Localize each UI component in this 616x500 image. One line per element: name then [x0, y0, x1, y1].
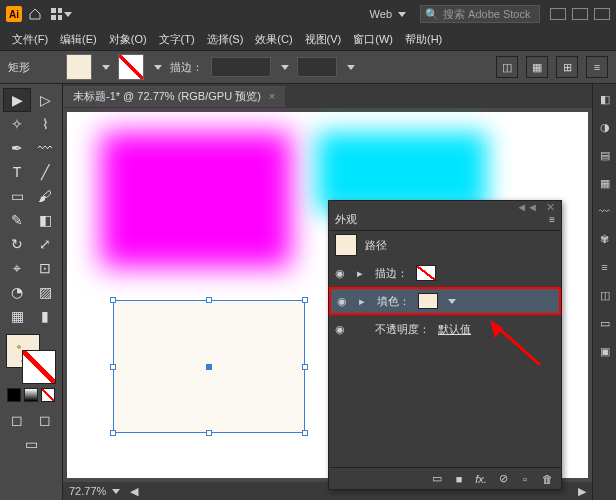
- maximize-button[interactable]: [572, 8, 588, 20]
- magic-wand-tool[interactable]: ✧: [3, 112, 31, 136]
- width-tool[interactable]: ⌖: [3, 256, 31, 280]
- gradient-tool[interactable]: ▮: [31, 304, 59, 328]
- delete-icon[interactable]: 🗑: [539, 471, 555, 487]
- opacity-value[interactable]: 默认值: [438, 322, 471, 337]
- menu-window[interactable]: 窗口(W): [347, 30, 399, 49]
- close-tab-icon[interactable]: ×: [269, 90, 275, 102]
- symbols-panel-icon[interactable]: ✾: [596, 230, 614, 248]
- lasso-tool[interactable]: ⌇: [31, 112, 59, 136]
- expand-icon[interactable]: ▸: [357, 267, 367, 280]
- brushes-panel-icon[interactable]: 〰: [596, 202, 614, 220]
- panel-close-icon[interactable]: ✕: [546, 201, 555, 209]
- resize-handle[interactable]: [206, 430, 212, 436]
- fill-row-swatch[interactable]: [418, 293, 438, 309]
- opacity-icon[interactable]: ◫: [496, 56, 518, 78]
- fill-swatch[interactable]: [66, 54, 92, 80]
- menu-effect[interactable]: 效果(C): [249, 30, 298, 49]
- stroke-weight-input[interactable]: [211, 57, 271, 77]
- brush-dropdown[interactable]: [347, 65, 355, 70]
- gradient-mode-icon[interactable]: [24, 388, 38, 402]
- close-window-button[interactable]: [594, 8, 610, 20]
- shaper-tool[interactable]: ✎: [3, 208, 31, 232]
- rotate-tool[interactable]: ↻: [3, 232, 31, 256]
- menu-view[interactable]: 视图(V): [299, 30, 348, 49]
- stroke-swatch[interactable]: [118, 54, 144, 80]
- stroke-weight-dropdown[interactable]: [281, 65, 289, 70]
- appearance-panel[interactable]: ◄◄ ✕ 外观 ≡ 路径 ◉ ▸ 描边： ◉ ▸ 填色： ◉ 不透明度： 默认值…: [328, 200, 562, 490]
- zoom-level[interactable]: 72.77%: [69, 485, 106, 497]
- menu-file[interactable]: 文件(F): [6, 30, 54, 49]
- curvature-tool[interactable]: 〰: [31, 136, 59, 160]
- visibility-toggle[interactable]: ◉: [337, 295, 351, 308]
- search-input[interactable]: 🔍 搜索 Adobe Stock: [420, 5, 540, 23]
- zoom-dropdown[interactable]: [112, 489, 120, 494]
- menu-help[interactable]: 帮助(H): [399, 30, 448, 49]
- screen-mode-icon[interactable]: ▭: [17, 432, 45, 456]
- draw-mode-normal[interactable]: ◻: [3, 408, 31, 432]
- resize-handle[interactable]: [302, 430, 308, 436]
- home-icon[interactable]: [24, 3, 46, 25]
- fill-row-highlighted[interactable]: ◉ ▸ 填色：: [329, 287, 561, 315]
- resize-handle[interactable]: [110, 297, 116, 303]
- pen-tool[interactable]: ✒: [3, 136, 31, 160]
- stroke-row-swatch[interactable]: [416, 265, 436, 281]
- center-handle[interactable]: [206, 364, 212, 370]
- workspace-switcher[interactable]: Web: [364, 6, 412, 22]
- add-effect-icon[interactable]: fx.: [473, 471, 489, 487]
- menu-type[interactable]: 文字(T): [153, 30, 201, 49]
- arrange-icon[interactable]: [50, 3, 72, 25]
- layers-panel-icon[interactable]: ◫: [596, 286, 614, 304]
- transform-icon[interactable]: ⊞: [556, 56, 578, 78]
- scale-tool[interactable]: ⤢: [31, 232, 59, 256]
- artboards-panel-icon[interactable]: ▭: [596, 314, 614, 332]
- add-stroke-icon[interactable]: ▭: [429, 471, 445, 487]
- stroke-proxy[interactable]: [22, 350, 56, 384]
- menu-object[interactable]: 对象(O): [103, 30, 153, 49]
- menu-select[interactable]: 选择(S): [201, 30, 250, 49]
- menu-edit[interactable]: 编辑(E): [54, 30, 103, 49]
- rectangle-tool[interactable]: ▭: [3, 184, 31, 208]
- paintbrush-tool[interactable]: 🖌: [31, 184, 59, 208]
- add-fill-icon[interactable]: ■: [451, 471, 467, 487]
- properties-panel-icon[interactable]: ◧: [596, 90, 614, 108]
- none-mode-icon[interactable]: [41, 388, 55, 402]
- libraries-panel-icon[interactable]: ▤: [596, 146, 614, 164]
- line-tool[interactable]: ╱: [31, 160, 59, 184]
- resize-handle[interactable]: [110, 364, 116, 370]
- resize-handle[interactable]: [302, 364, 308, 370]
- free-transform-tool[interactable]: ⊡: [31, 256, 59, 280]
- fill-stroke-proxy[interactable]: [6, 334, 56, 384]
- duplicate-icon[interactable]: ▫: [517, 471, 533, 487]
- fill-dropdown[interactable]: [102, 65, 110, 70]
- stroke-dropdown[interactable]: [154, 65, 162, 70]
- asset-export-panel-icon[interactable]: ▣: [596, 342, 614, 360]
- fill-dropdown-icon[interactable]: [448, 299, 456, 304]
- panel-collapse-icon[interactable]: ◄◄: [516, 201, 538, 209]
- selected-rectangle[interactable]: [113, 300, 305, 433]
- color-panel-icon[interactable]: ◑: [596, 118, 614, 136]
- eraser-tool[interactable]: ◧: [31, 208, 59, 232]
- panel-menu-icon[interactable]: ≡: [549, 214, 555, 225]
- perspective-tool[interactable]: ▨: [31, 280, 59, 304]
- brush-input[interactable]: [297, 57, 337, 77]
- visibility-toggle[interactable]: ◉: [335, 323, 349, 336]
- direct-selection-tool[interactable]: ▷: [31, 88, 59, 112]
- color-mode-icon[interactable]: [7, 388, 21, 402]
- visibility-toggle[interactable]: ◉: [335, 267, 349, 280]
- stroke-panel-icon[interactable]: ≡: [596, 258, 614, 276]
- selection-tool[interactable]: ▶: [3, 88, 31, 112]
- align-icon[interactable]: ▦: [526, 56, 548, 78]
- mesh-tool[interactable]: ▦: [3, 304, 31, 328]
- swatches-panel-icon[interactable]: ▦: [596, 174, 614, 192]
- expand-icon[interactable]: ▸: [359, 295, 369, 308]
- type-tool[interactable]: T: [3, 160, 31, 184]
- shape-builder-tool[interactable]: ◔: [3, 280, 31, 304]
- draw-mode-behind[interactable]: ◻: [31, 408, 59, 432]
- clear-icon[interactable]: ⊘: [495, 471, 511, 487]
- options-icon[interactable]: ≡: [586, 56, 608, 78]
- resize-handle[interactable]: [110, 430, 116, 436]
- resize-handle[interactable]: [206, 297, 212, 303]
- document-tab[interactable]: 未标题-1* @ 72.77% (RGB/GPU 预览) ×: [63, 86, 285, 107]
- resize-handle[interactable]: [302, 297, 308, 303]
- minimize-button[interactable]: [550, 8, 566, 20]
